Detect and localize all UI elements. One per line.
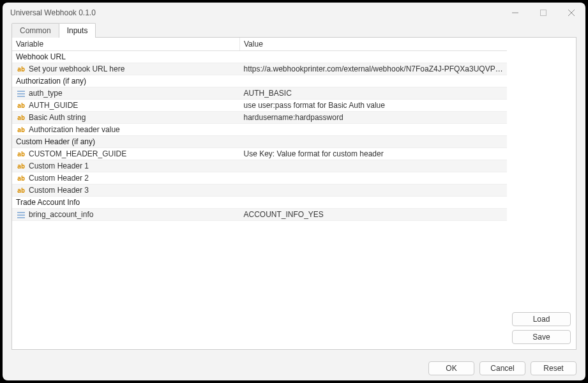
string-icon: ab	[17, 126, 26, 133]
load-button[interactable]: Load	[512, 312, 571, 326]
ok-button[interactable]: OK	[428, 361, 474, 375]
param-custom-guide-value[interactable]: Use Key: Value format for custom header	[240, 148, 508, 160]
param-set-webhook-value[interactable]: https://a.webhookprinter.com/external/we…	[240, 63, 508, 75]
param-auth-header-label[interactable]: abAuthorization header value	[12, 124, 240, 136]
enum-icon	[17, 212, 26, 218]
param-custom-guide-label[interactable]: abCUSTOM_HEADER_GUIDE	[12, 148, 240, 160]
group-trade-account: Trade Account Info	[12, 197, 507, 209]
dialog-window: Universal Webhook 0.1.0 Common Inputs Va…	[3, 3, 585, 380]
tab-bar: Common Inputs	[11, 23, 577, 38]
param-auth-guide-label[interactable]: abAUTH_GUIDE	[12, 100, 240, 112]
tab-inputs[interactable]: Inputs	[59, 23, 96, 38]
string-icon: ab	[17, 66, 26, 73]
string-icon: ab	[17, 151, 26, 158]
content-area: Common Inputs Variable Value Webhook URL	[3, 23, 585, 356]
string-icon: ab	[17, 163, 26, 170]
inputs-panel: Variable Value Webhook URL abSet your we…	[11, 37, 577, 350]
minimize-button[interactable]	[501, 3, 529, 23]
cancel-button[interactable]: Cancel	[479, 361, 525, 375]
string-icon: ab	[17, 175, 26, 182]
string-icon: ab	[17, 102, 26, 109]
param-custom1-label[interactable]: abCustom Header 1	[12, 160, 240, 172]
reset-button[interactable]: Reset	[531, 361, 577, 375]
param-auth-guide-value[interactable]: use user:pass format for Basic Auth valu…	[240, 100, 508, 112]
maximize-button[interactable]	[529, 3, 557, 23]
titlebar: Universal Webhook 0.1.0	[3, 3, 585, 23]
svg-rect-1	[541, 10, 547, 16]
param-bring-account-value[interactable]: ACCOUNT_INFO_YES	[240, 209, 508, 221]
param-basic-auth-value[interactable]: hardusername:hardpassword	[240, 112, 508, 124]
string-icon: ab	[17, 114, 26, 121]
dialog-footer: OK Cancel Reset	[3, 356, 585, 380]
tab-common[interactable]: Common	[11, 23, 59, 38]
string-icon: ab	[17, 187, 26, 194]
window-title: Universal Webhook 0.1.0	[10, 8, 96, 17]
param-custom2-value[interactable]	[240, 172, 508, 184]
param-bring-account-label[interactable]: bring_account_info	[12, 209, 240, 221]
param-custom1-value[interactable]	[240, 160, 508, 172]
param-custom2-label[interactable]: abCustom Header 2	[12, 172, 240, 184]
param-set-webhook-label[interactable]: abSet your webhook URL here	[12, 63, 240, 75]
param-auth-header-value[interactable]	[240, 124, 508, 136]
parameters-grid: Variable Value Webhook URL abSet your we…	[12, 38, 507, 349]
save-button[interactable]: Save	[512, 330, 571, 344]
param-auth-type-label[interactable]: auth_type	[12, 87, 240, 100]
enum-icon	[17, 91, 26, 97]
group-authorization: Authorization (if any)	[12, 75, 507, 87]
param-custom3-value[interactable]	[240, 184, 508, 197]
param-basic-auth-label[interactable]: abBasic Auth string	[12, 112, 240, 124]
close-button[interactable]	[557, 3, 585, 23]
param-auth-type-value[interactable]: AUTH_BASIC	[240, 87, 508, 100]
param-custom3-label[interactable]: abCustom Header 3	[12, 184, 240, 197]
group-webhook-url: Webhook URL	[12, 51, 507, 63]
group-custom-header: Custom Header (if any)	[12, 136, 507, 148]
side-button-column: Load Save	[507, 38, 576, 349]
column-header-variable[interactable]: Variable	[12, 38, 240, 51]
column-header-value[interactable]: Value	[240, 38, 508, 51]
